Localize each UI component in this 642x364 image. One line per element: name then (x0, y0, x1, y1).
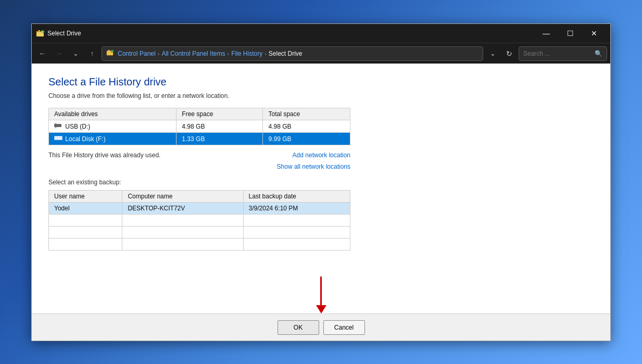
main-window: F Select Drive — ☐ ✕ ← → ⌄ ↑ Control Pan… (31, 23, 611, 341)
col-user-name: User name (49, 191, 122, 203)
back-button[interactable]: ← (35, 46, 49, 61)
chevron-icon: › (158, 51, 160, 57)
page-title: Select a File History drive (48, 76, 594, 88)
drive-total-cell: 9.99 GB (263, 133, 350, 145)
page-subtitle: Choose a drive from the following list, … (48, 92, 594, 99)
search-input[interactable] (523, 50, 593, 57)
dropdown-button[interactable]: ⌄ (485, 46, 500, 61)
maximize-button[interactable]: ☐ (558, 24, 582, 43)
backup-computer-cell: DESKTOP-KCIT72V (122, 203, 243, 215)
show-network-link[interactable]: Show all network locations (277, 163, 350, 170)
drives-table-row[interactable]: Local Disk (F:) 1.33 GB 9.99 GB (49, 133, 350, 145)
breadcrumb-file-history[interactable]: File History (231, 50, 262, 57)
cancel-button[interactable]: Cancel (323, 320, 365, 335)
drive-free-cell: 4.98 GB (177, 120, 263, 133)
drive-name: Local Disk (F:) (65, 135, 105, 143)
up-button[interactable]: ↑ (85, 46, 99, 61)
arrow-head (316, 305, 326, 313)
backup-table-empty-row (49, 239, 350, 250)
ok-button[interactable]: OK (278, 320, 319, 335)
drives-table-row[interactable]: USB (D:) 4.98 GB 4.98 GB (49, 120, 350, 133)
backup-table-row[interactable]: Yodel DESKTOP-KCIT72V 3/9/2024 6:10 PM (49, 203, 350, 215)
svg-rect-11 (55, 123, 56, 124)
backup-table: User name Computer name Last backup date… (48, 190, 350, 250)
backup-table-empty-row (49, 215, 350, 227)
backup-user-cell: Yodel (49, 203, 122, 215)
svg-text:F: F (42, 31, 43, 34)
drive-name-cell: Local Disk (F:) (49, 133, 177, 145)
col-available-drives: Available drives (49, 108, 177, 120)
breadcrumb-all-items[interactable]: All Control Panel Items (161, 50, 225, 57)
window-icon: F (36, 29, 44, 37)
refresh-button[interactable]: ↻ (502, 46, 517, 61)
link-row: Add network location (293, 152, 350, 159)
address-bar: ← → ⌄ ↑ Control Panel › All Control Pane… (32, 43, 610, 64)
backup-table-empty-row (49, 227, 350, 239)
chevron-icon: › (265, 51, 267, 57)
add-network-link[interactable]: Add network location (293, 152, 350, 159)
col-free-space: Free space (177, 108, 263, 120)
backup-section-label: Select an existing backup: (48, 179, 594, 186)
search-icon: 🔍 (595, 50, 602, 57)
window-title: Select Drive (47, 30, 534, 37)
drive-free-cell: 1.33 GB (177, 133, 263, 145)
backup-date-cell: 3/9/2024 6:10 PM (243, 203, 350, 215)
arrow-shaft (320, 277, 322, 305)
breadcrumb-current: Select Drive (269, 50, 303, 57)
drive-icon (54, 135, 64, 143)
drive-name: USB (D:) (65, 123, 90, 130)
svg-rect-10 (54, 124, 61, 127)
title-bar: F Select Drive — ☐ ✕ (32, 24, 610, 43)
svg-rect-4 (38, 30, 40, 31)
content-area: Select a File History drive Choose a dri… (32, 64, 610, 313)
bottom-bar: OK Cancel (32, 313, 610, 341)
col-total-space: Total space (263, 108, 350, 120)
minimize-button[interactable]: — (534, 24, 558, 43)
drive-name-cell: USB (D:) (49, 120, 177, 133)
drives-table: Available drives Free space Total space … (48, 108, 350, 145)
svg-rect-14 (55, 136, 62, 140)
svg-rect-8 (108, 50, 110, 51)
chevron-icon: › (227, 51, 229, 57)
close-button[interactable]: ✕ (582, 24, 606, 43)
recent-button[interactable]: ⌄ (68, 46, 83, 61)
drive-icon (54, 123, 64, 130)
col-last-backup: Last backup date (243, 191, 350, 203)
drive-total-cell: 4.98 GB (263, 120, 350, 133)
breadcrumb: Control Panel › All Control Panel Items … (118, 50, 303, 57)
breadcrumb-control-panel[interactable]: Control Panel (118, 50, 156, 57)
forward-button[interactable]: → (52, 46, 66, 61)
search-box[interactable]: 🔍 (519, 46, 607, 61)
address-box[interactable]: Control Panel › All Control Panel Items … (102, 46, 483, 61)
window-controls: — ☐ ✕ (534, 24, 606, 43)
svg-point-9 (111, 50, 114, 53)
col-computer-name: Computer name (122, 191, 243, 203)
svg-rect-12 (55, 127, 56, 128)
status-text: This File History drive was already used… (48, 152, 160, 159)
address-icon (106, 49, 114, 58)
